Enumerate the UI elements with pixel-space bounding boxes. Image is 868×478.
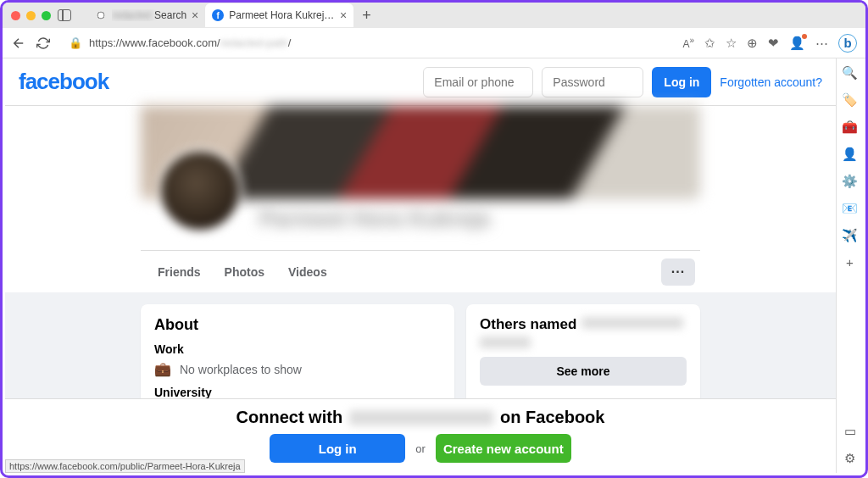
- page-content: facebook Log in Forgotten account? Parme…: [5, 58, 836, 473]
- titlebar: redacted Search × f Parmeet Hora Kukreja…: [3, 3, 865, 28]
- edge-sidebar: 🔍 🏷️ 🧰 👤 ⚙️ 📧 ✈️ + ▭ ⚙: [836, 58, 863, 473]
- tab-close-icon[interactable]: ×: [340, 8, 347, 22]
- redacted-name: [581, 317, 683, 329]
- browser-tab-active[interactable]: f Parmeet Hora Kukreja | Facebo ×: [205, 3, 353, 27]
- browser-toolbar: 🔒 https://www.facebook.com/redacted-path…: [3, 28, 865, 58]
- sidebar-search-icon[interactable]: 🔍: [842, 65, 858, 81]
- tab-videos[interactable]: Videos: [276, 251, 339, 292]
- new-tab-button[interactable]: +: [353, 7, 380, 25]
- sidebar-outlook-icon[interactable]: 📧: [842, 201, 858, 216]
- about-work-heading: Work: [154, 342, 441, 356]
- minimize-window-button[interactable]: [26, 11, 36, 20]
- sidebar-drop-icon[interactable]: ✈️: [842, 228, 858, 243]
- sidebar-office-icon[interactable]: ⚙️: [842, 174, 858, 189]
- profile-picture[interactable]: [158, 148, 242, 233]
- about-title: About: [154, 316, 441, 334]
- cover-area: [141, 106, 700, 199]
- facebook-logo[interactable]: facebook: [19, 69, 108, 95]
- profile-icon[interactable]: 👤: [789, 36, 805, 51]
- others-named-title: Others named: [480, 316, 687, 333]
- text-size-icon[interactable]: A»: [682, 36, 694, 50]
- sidebar-toggle-icon[interactable]: [58, 9, 71, 21]
- star-outline-icon[interactable]: ✩: [704, 36, 715, 51]
- sidebar-hide-icon[interactable]: ▭: [844, 424, 856, 439]
- banner-or: or: [415, 442, 426, 455]
- profile-tabs: Friends Photos Videos ···: [141, 250, 700, 292]
- tab-label: redacted Search: [112, 9, 186, 21]
- forgotten-account-link[interactable]: Forgotten account?: [720, 75, 822, 89]
- tab-friends[interactable]: Friends: [146, 251, 213, 292]
- about-university-heading: University: [154, 386, 441, 399]
- tab-photos[interactable]: Photos: [213, 251, 276, 292]
- about-work-row: 💼 No workplaces to show: [154, 361, 441, 377]
- browser-tabs: redacted Search × f Parmeet Hora Kukreja…: [88, 3, 380, 27]
- see-more-button[interactable]: See more: [480, 357, 687, 386]
- more-icon[interactable]: ⋯: [815, 36, 828, 51]
- about-work-text: No workplaces to show: [180, 363, 302, 376]
- browser-chrome: redacted Search × f Parmeet Hora Kukreja…: [3, 3, 865, 58]
- close-window-button[interactable]: [11, 11, 20, 20]
- create-account-button[interactable]: Create new account: [436, 434, 571, 463]
- lock-icon: 🔒: [69, 36, 82, 49]
- bing-chat-icon[interactable]: b: [838, 34, 857, 53]
- favorites-icon[interactable]: ☆: [726, 36, 737, 51]
- window-controls: [11, 11, 51, 20]
- collections-icon[interactable]: ⊕: [747, 36, 758, 51]
- login-button[interactable]: Log in: [652, 67, 711, 97]
- address-bar[interactable]: 🔒 https://www.facebook.com/redacted-path…: [60, 31, 672, 55]
- tab-close-icon[interactable]: ×: [192, 8, 198, 22]
- more-button[interactable]: ···: [661, 258, 695, 286]
- toolbar-icons: A» ✩ ☆ ⊕ ❤ 👤 ⋯ b: [682, 34, 857, 53]
- refresh-button[interactable]: [36, 36, 50, 50]
- url-text: https://www.facebook.com/redacted-path/: [89, 36, 291, 49]
- sidebar-games-icon[interactable]: 👤: [842, 147, 858, 162]
- banner-login-button[interactable]: Log in: [270, 434, 405, 463]
- sidebar-shopping-icon[interactable]: 🏷️: [842, 92, 858, 108]
- status-bar-url: https://www.facebook.com/public/Parmeet-…: [5, 459, 245, 473]
- browser-tab[interactable]: redacted Search ×: [88, 3, 205, 27]
- briefcase-icon: 💼: [154, 361, 171, 377]
- maximize-window-button[interactable]: [42, 11, 51, 20]
- profile-name: Parmeet Hora Kukreja: [259, 206, 700, 232]
- email-field[interactable]: [423, 67, 533, 97]
- sidebar-settings-icon[interactable]: ⚙: [844, 451, 855, 466]
- back-button[interactable]: [11, 36, 26, 51]
- bing-favicon-icon: [95, 9, 107, 21]
- sidebar-add-icon[interactable]: +: [846, 255, 854, 270]
- banner-title: Connect with on Facebook: [236, 408, 605, 427]
- tab-label: Parmeet Hora Kukreja | Facebo: [229, 9, 335, 21]
- profile-header: Parmeet Hora Kukreja Friends Photos Vide…: [5, 106, 836, 292]
- facebook-header: facebook Log in Forgotten account?: [5, 58, 836, 106]
- redacted-name: [480, 336, 531, 348]
- extensions-icon[interactable]: ❤: [768, 36, 779, 51]
- password-field[interactable]: [542, 67, 643, 97]
- sidebar-tools-icon[interactable]: 🧰: [842, 119, 858, 135]
- facebook-favicon-icon: f: [212, 9, 224, 21]
- redacted-name: [349, 410, 493, 425]
